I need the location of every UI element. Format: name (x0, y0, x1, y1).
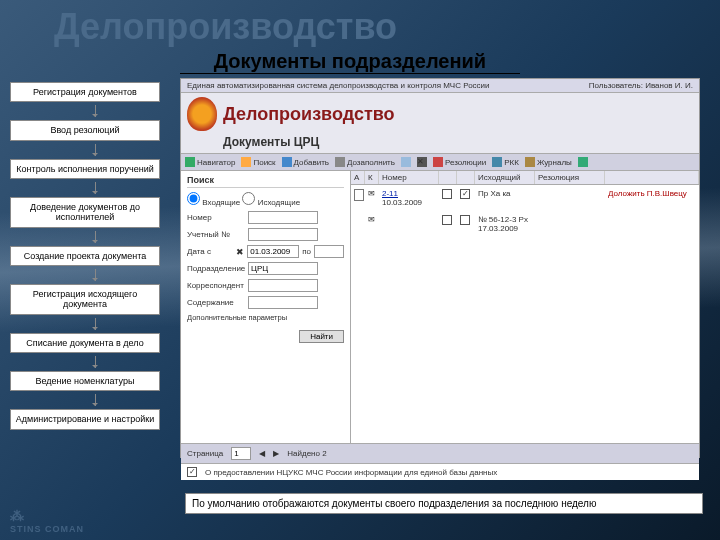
step-file[interactable]: Списание документа в дело (10, 333, 160, 353)
attach-icon (354, 189, 364, 201)
find-button[interactable]: Найти (299, 330, 344, 343)
step-draft[interactable]: Создание проекта документа (10, 246, 160, 266)
table-row[interactable]: ✉ 2-1110.03.2009 ✓ Пр Ха ка Доложить П.В… (351, 185, 699, 211)
page-input[interactable] (231, 447, 251, 460)
footer-note: О предоставлении НЦУКС МЧС России информ… (205, 468, 497, 477)
uch-input[interactable] (248, 228, 318, 241)
tb-navigator[interactable]: Навигатор (185, 157, 235, 167)
list-header: АК Номер ИсходящийРезолюция (351, 171, 699, 185)
dept-input[interactable] (248, 262, 318, 275)
toolbar: Навигатор Поиск Добавить Дозаполнить ✕ Р… (181, 153, 699, 171)
brand-logo: ⁂STINS COMAN (10, 508, 84, 534)
radio-incoming[interactable]: Входящие (187, 198, 240, 207)
next-icon[interactable]: ▶ (273, 449, 279, 458)
date-from-input[interactable] (247, 245, 299, 258)
tb-refresh[interactable] (578, 157, 588, 167)
flag-icon[interactable] (442, 189, 452, 199)
doc-number-link: 2-11 (382, 189, 398, 198)
step-outgoing[interactable]: Регистрация исходящего документа (10, 284, 160, 315)
content-input[interactable] (248, 296, 318, 309)
tb-add[interactable]: Добавить (282, 157, 329, 167)
tb-delete[interactable]: ✕ (417, 157, 427, 167)
tb-resolutions[interactable]: Резолюции (433, 157, 486, 167)
report-action: Доложить П.В.Швецу (605, 187, 699, 209)
workflow-sidebar: Регистрация документов Ввод резолюций Ко… (0, 78, 180, 458)
document-list: АК Номер ИсходящийРезолюция ✉ 2-1110.03.… (351, 171, 699, 443)
tb-journals[interactable]: Журналы (525, 157, 572, 167)
step-resolutions[interactable]: Ввод резолюций (10, 120, 160, 140)
step-admin[interactable]: Администрирование и настройки (10, 409, 160, 429)
prev-icon[interactable]: ◀ (259, 449, 265, 458)
date-to-input[interactable] (314, 245, 344, 258)
tb-fill[interactable]: Дозаполнить (335, 157, 395, 167)
caption: По умолчанию отображаются документы свое… (185, 493, 703, 514)
system-name: Единая автоматизированная система делопр… (187, 81, 490, 90)
tb-search[interactable]: Поиск (241, 157, 275, 167)
step-deliver[interactable]: Доведение документов до исполнителей (10, 197, 160, 228)
step-control[interactable]: Контроль исполнения поручений (10, 159, 160, 179)
main-title: Делопроизводство (0, 0, 720, 48)
app-title: Делопроизводство (223, 104, 395, 125)
corr-input[interactable] (248, 279, 318, 292)
tb-copy[interactable] (401, 157, 411, 167)
status-bar: Страница ◀▶ Найдено 2 (181, 443, 699, 463)
app-screenshot: Единая автоматизированная система делопр… (180, 78, 700, 458)
number-input[interactable] (248, 211, 318, 224)
radio-outgoing[interactable]: Исходящие (242, 198, 300, 207)
section-title: Документы ЦРЦ (181, 135, 699, 153)
step-nomenclature[interactable]: Ведение номенклатуры (10, 371, 160, 391)
search-panel: Поиск Входящие Исходящие Номер Учетный №… (181, 171, 351, 443)
tb-rkk[interactable]: РКК (492, 157, 519, 167)
subtitle: Документы подразделений (180, 50, 520, 74)
emblem-icon (187, 97, 217, 131)
step-register[interactable]: Регистрация документов (10, 82, 160, 102)
flag-icon[interactable]: ✓ (460, 189, 470, 199)
search-title: Поиск (187, 175, 344, 188)
table-row[interactable]: ✉ № 56-12-3 Рх 17.03.2009 (351, 211, 699, 237)
current-user: Пользователь: Иванов И. И. (589, 81, 693, 90)
